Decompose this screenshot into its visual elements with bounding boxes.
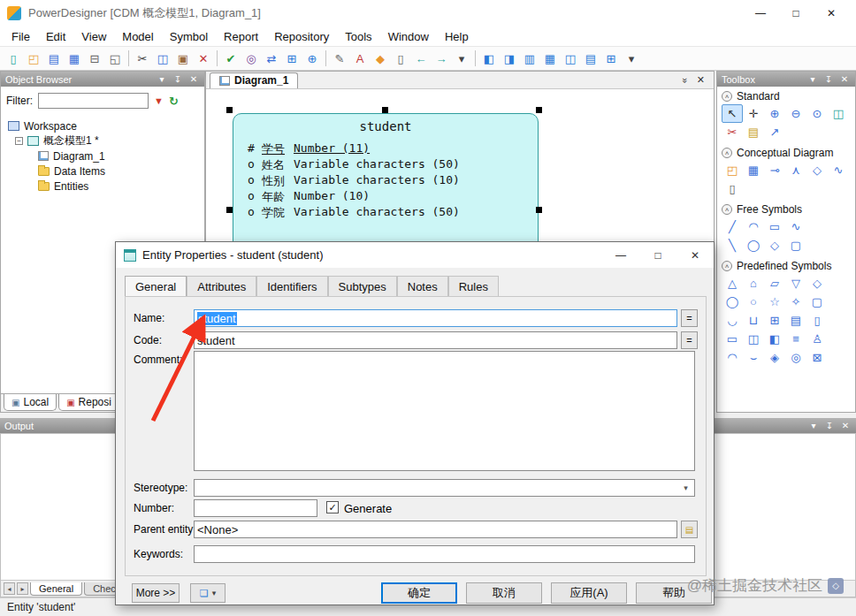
collapse-icon[interactable]: − xyxy=(15,137,23,145)
cancel-button[interactable]: 取消 xyxy=(466,582,542,604)
grabber-tool[interactable]: ✛ xyxy=(743,104,764,123)
smile-symbol[interactable]: ⌣ xyxy=(743,348,764,367)
grid-symbol[interactable]: ⊞ xyxy=(764,311,785,330)
pin-icon[interactable]: ↧ xyxy=(822,74,835,84)
filter-refresh-icon[interactable]: ↻ xyxy=(169,95,179,108)
dialog-tab[interactable]: Rules xyxy=(448,276,499,296)
menu-item[interactable]: Help xyxy=(437,28,477,45)
window-diagram-button[interactable]: ◫ xyxy=(561,49,580,68)
code-equals-button[interactable]: = xyxy=(681,331,698,349)
diamond-symbol[interactable]: ◇ xyxy=(806,274,828,293)
entity-tool[interactable]: ▦ xyxy=(743,161,764,179)
close-icon[interactable]: ✕ xyxy=(839,421,852,430)
tab-scroll-left-icon[interactable]: ◂ xyxy=(4,582,15,595)
tab-diagram-1[interactable]: Diagram_1 xyxy=(210,72,298,88)
window-list-button[interactable]: ▤ xyxy=(581,49,600,68)
link-tool[interactable]: ↗ xyxy=(764,123,785,141)
minimize-button[interactable]: — xyxy=(743,0,778,27)
tree-item-data-items[interactable]: Data Items xyxy=(4,164,203,179)
selection-handle[interactable] xyxy=(382,107,388,113)
dialog-tab[interactable]: Identifiers xyxy=(256,276,327,296)
ok-button[interactable]: 确定 xyxy=(381,582,457,604)
chevrons-down-icon[interactable]: » xyxy=(680,77,691,82)
panel-menu-icon[interactable]: ▾ xyxy=(806,74,819,84)
half-filled-square-symbol[interactable]: ◧ xyxy=(764,330,785,348)
rounded-rectangle-tool[interactable]: ▢ xyxy=(785,236,806,255)
selection-handle[interactable] xyxy=(226,207,233,213)
person-symbol[interactable]: ♙ xyxy=(806,330,828,348)
dialog-tab[interactable]: Attributes xyxy=(187,276,256,296)
rectangle-tool[interactable]: ▭ xyxy=(764,217,785,236)
filter-input[interactable] xyxy=(38,93,149,109)
save-all-button[interactable]: ▦ xyxy=(65,49,84,68)
toolbox-section-free-symbols[interactable]: ˄ Free Symbols xyxy=(717,200,855,217)
open-model-button[interactable]: ◰ xyxy=(24,49,43,68)
check-model-button[interactable]: ✔ xyxy=(221,49,241,68)
tree-item-model[interactable]: − 概念模型1 * xyxy=(4,133,203,148)
close-icon[interactable]: ✕ xyxy=(697,74,705,86)
dialog-tab[interactable]: General xyxy=(125,276,187,297)
close-icon[interactable]: ✕ xyxy=(838,74,851,84)
name-input[interactable]: student xyxy=(194,309,677,327)
pentagon-symbol[interactable]: ⌂ xyxy=(743,274,764,293)
close-button[interactable]: ✕ xyxy=(814,0,849,27)
delete-tool[interactable]: ✂ xyxy=(722,123,743,141)
half-circle-symbol[interactable]: ◡ xyxy=(722,311,743,330)
ellipse-tool[interactable]: ◯ xyxy=(743,236,764,255)
dialog-close-button[interactable]: ✕ xyxy=(676,242,714,268)
dialog-tab[interactable]: Subtypes xyxy=(328,276,397,296)
object-list-button[interactable]: ❏ ▾ xyxy=(190,583,225,603)
pencil-button[interactable]: ✎ xyxy=(330,49,349,68)
window-cascade-button[interactable]: ◧ xyxy=(479,49,499,68)
cup-symbol[interactable]: ⊔ xyxy=(743,311,764,330)
language-button[interactable]: ⊕ xyxy=(302,49,322,68)
selection-handle[interactable] xyxy=(226,107,233,113)
zoom-out-tool[interactable]: ⊖ xyxy=(785,104,806,123)
properties-tool[interactable]: ▤ xyxy=(743,123,764,141)
toolbox-section-conceptual[interactable]: ˄ Conceptual Diagram xyxy=(717,143,855,161)
find-button[interactable]: ◎ xyxy=(241,49,261,68)
window-vertical-button[interactable]: ▦ xyxy=(540,49,560,68)
polyline-tool[interactable]: ∿ xyxy=(785,217,806,236)
pointer-tool[interactable]: ↖ xyxy=(722,104,743,123)
triangle-symbol[interactable]: △ xyxy=(722,274,743,293)
tab-repository[interactable]: ▣ Reposi xyxy=(58,394,119,411)
generate-checkbox[interactable]: ✓ xyxy=(326,501,339,513)
print-button[interactable]: ⊟ xyxy=(85,49,104,68)
association-link-tool[interactable]: ∿ xyxy=(828,161,849,179)
history-caret-button[interactable]: ▾ xyxy=(452,49,471,68)
lined-rectangle-symbol[interactable]: ▤ xyxy=(785,311,806,330)
global-view-tool[interactable]: ⊙ xyxy=(806,104,828,123)
code-input[interactable]: student xyxy=(194,331,677,349)
inheritance-tool[interactable]: ⋏ xyxy=(785,161,806,179)
number-input[interactable] xyxy=(194,499,317,517)
lines-symbol[interactable]: ≡ xyxy=(785,330,806,348)
fill-color-button[interactable]: ◆ xyxy=(371,49,390,68)
arc-symbol[interactable]: ◠ xyxy=(722,348,743,367)
menu-item[interactable]: Report xyxy=(216,28,266,45)
selection-handle[interactable] xyxy=(536,207,542,213)
polygon-tool[interactable]: ◇ xyxy=(764,236,785,255)
menu-item[interactable]: Tools xyxy=(337,28,379,45)
trapezoid-symbol[interactable]: ▱ xyxy=(764,274,785,293)
menu-item[interactable]: Window xyxy=(380,28,437,45)
vertical-rectangle-symbol[interactable]: ▯ xyxy=(806,311,828,330)
file-tool[interactable]: ▯ xyxy=(722,179,743,198)
ring-symbol[interactable]: ◎ xyxy=(785,348,806,367)
new-model-button[interactable]: ▯ xyxy=(4,49,23,68)
ellipse-symbol[interactable]: ◯ xyxy=(722,293,743,311)
document-button[interactable]: ▯ xyxy=(391,49,410,68)
arc-tool[interactable]: ◠ xyxy=(743,217,764,236)
toolbox-section-predefined-symbols[interactable]: ˄ Predefined Symbols xyxy=(717,256,855,274)
tree-item-entities[interactable]: Entities xyxy=(4,179,203,194)
dialog-maximize-button[interactable]: □ xyxy=(639,242,676,268)
selection-handle[interactable] xyxy=(536,107,542,113)
parent-entity-browse-button[interactable]: ▤ xyxy=(681,521,698,538)
print-preview-button[interactable]: ◱ xyxy=(105,49,125,68)
name-equals-button[interactable]: = xyxy=(681,309,698,327)
font-color-button[interactable]: A xyxy=(350,49,370,68)
menu-item[interactable]: Edit xyxy=(38,28,73,45)
star4-symbol[interactable]: ✧ xyxy=(785,293,806,311)
mapping-editor-button[interactable]: ⊞ xyxy=(282,49,302,68)
copy-button[interactable]: ◫ xyxy=(153,49,172,68)
